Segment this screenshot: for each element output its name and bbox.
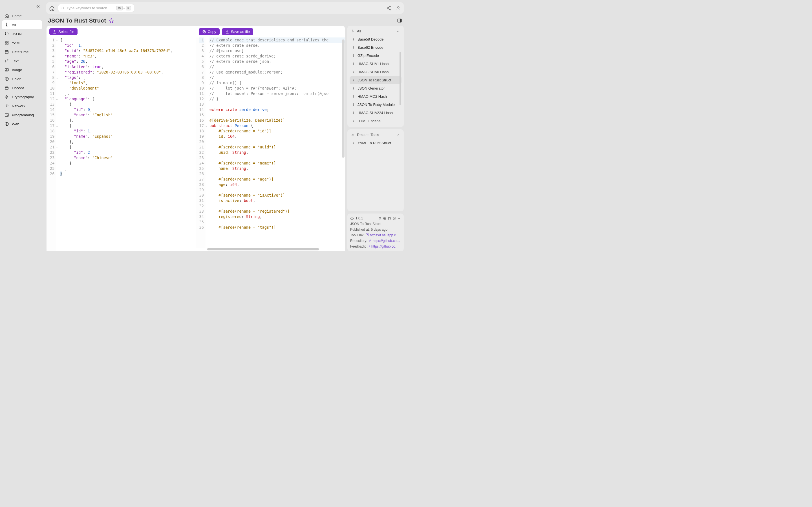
output-editor[interactable]: 1 2 3 4 5 6 7 8 9 10 11 12 13 14 15 16 1… — [196, 38, 345, 248]
globe-icon[interactable] — [383, 217, 387, 220]
plugin-icon[interactable] — [378, 217, 382, 220]
sidebar-item-label: Web — [12, 122, 19, 126]
rail-all-card: All Base58 DecodeBase62 EncodeGZip Encod… — [347, 25, 404, 127]
rail-related-header[interactable]: Related Tools — [349, 131, 402, 138]
rail-all-header[interactable]: All — [349, 27, 402, 35]
rail-item-json-to-ruby-module[interactable]: JSON To Ruby Module — [350, 101, 402, 108]
rail-item-json-to-rust-struct[interactable]: JSON To Rust Struct — [350, 76, 402, 84]
right-rail: All Base58 DecodeBase62 EncodeGZip Encod… — [347, 25, 404, 251]
copy-icon — [202, 30, 206, 34]
select-file-button[interactable]: Select file — [49, 28, 78, 35]
svg-point-15 — [398, 6, 399, 8]
sidebar: HomeAllJSONYAMLDate/TimeTextImageColorEn… — [0, 0, 44, 253]
chevron-down-icon[interactable] — [397, 217, 401, 220]
pin-icon — [352, 103, 355, 107]
box-icon — [4, 86, 9, 90]
sidebar-item-color[interactable]: Color — [2, 74, 42, 83]
sidebar-item-text[interactable]: Text — [2, 56, 42, 65]
download-icon — [225, 30, 229, 34]
rail-item-hmac-md2-hash[interactable]: HMAC-MD2 Hash — [350, 93, 402, 100]
related-item-yaml-to-rust-struct[interactable]: YAML To Rust Struct — [350, 139, 402, 147]
pin-icon — [352, 38, 355, 41]
share-icon[interactable] — [386, 6, 391, 11]
rail-item-json-generator[interactable]: JSON Generator — [350, 84, 402, 92]
image-icon — [4, 68, 9, 72]
search-box[interactable]: ⌘ + K — [58, 4, 134, 12]
home-icon[interactable] — [49, 5, 55, 11]
panel-toggle-icon[interactable] — [397, 18, 402, 23]
pin-icon — [352, 46, 355, 49]
pin-icon — [352, 87, 355, 90]
rail-related-card: Related Tools YAML To Rust Struct — [347, 129, 404, 211]
github-icon[interactable] — [388, 217, 391, 220]
info-tool-link[interactable]: Tool Link: https://t.he3app.co… — [350, 233, 401, 237]
scrollbar-horizontal[interactable] — [196, 248, 345, 251]
star-icon[interactable] — [109, 18, 114, 23]
sidebar-item-label: Cryptography — [12, 95, 34, 99]
rail-item-label: JSON To Ruby Module — [357, 103, 395, 107]
rail-item-label: HMAC-SHA224 Hash — [357, 111, 393, 115]
rail-item-html-escape[interactable]: HTML Escape — [350, 117, 402, 125]
sidebar-item-yaml[interactable]: YAML — [2, 38, 42, 47]
svg-rect-17 — [400, 19, 402, 22]
globe-icon — [4, 122, 9, 126]
sidebar-item-cryptography[interactable]: Cryptography — [2, 93, 42, 101]
rail-item-label: Base58 Decode — [357, 37, 384, 41]
sidebar-item-label: All — [12, 23, 16, 27]
sidebar-item-label: Home — [12, 14, 22, 18]
sidebar-item-image[interactable]: Image — [2, 65, 42, 74]
info-repo[interactable]: Repository: https://github.com… — [350, 239, 401, 243]
rail-item-hmac-sha224-hash[interactable]: HMAC-SHA224 Hash — [350, 109, 402, 117]
rail-item-label: Base62 Encode — [357, 45, 384, 50]
sidebar-item-programming[interactable]: Programming — [2, 110, 42, 119]
rail-item-hmac-sha1-hash[interactable]: HMAC-SHA1 Hash — [350, 60, 402, 68]
rail-item-base58-decode[interactable]: Base58 Decode — [350, 36, 402, 43]
sidebar-item-label: Programming — [12, 113, 34, 117]
topbar: ⌘ + K — [46, 2, 404, 14]
rail-item-base62-encode[interactable]: Base62 Encode — [350, 44, 402, 51]
rail-scrollbar[interactable] — [400, 52, 401, 105]
chevron-left-double-icon — [36, 4, 41, 9]
search-input[interactable] — [66, 6, 114, 10]
svg-rect-1 — [7, 41, 8, 43]
rail-item-hmac-sha0-hash[interactable]: HMAC-SHA0 Hash — [350, 68, 402, 76]
info-published: Published at: 5 days ago — [350, 228, 401, 231]
rail-item-gzip-encode[interactable]: GZip Encode — [350, 52, 402, 59]
sidebar-collapse[interactable] — [0, 3, 44, 11]
check-circle-icon[interactable] — [393, 217, 396, 220]
sidebar-item-encode[interactable]: Encode — [2, 83, 42, 93]
info-name: JSON To Rust Struct — [350, 222, 401, 226]
sidebar-item-all[interactable]: All — [2, 20, 42, 29]
scrollbar-vertical[interactable] — [342, 40, 345, 158]
rail-item-label: HMAC-MD2 Hash — [357, 94, 387, 99]
pin-icon — [352, 142, 355, 145]
pin-icon — [4, 22, 9, 27]
save-as-file-button[interactable]: Save as file — [222, 28, 253, 35]
sidebar-item-label: Network — [12, 104, 26, 108]
sidebar-item-date-time[interactable]: Date/Time — [2, 47, 42, 56]
link-icon — [368, 239, 371, 242]
braces-icon — [4, 32, 9, 36]
wifi-icon — [4, 104, 9, 108]
sidebar-item-web[interactable]: Web — [2, 119, 42, 128]
sidebar-item-network[interactable]: Network — [2, 101, 42, 110]
info-feedback[interactable]: Feedback: https://github.com/… — [350, 244, 401, 248]
chevron-down-icon — [396, 29, 400, 33]
rail-item-label: HMAC-SHA0 Hash — [357, 70, 389, 74]
input-editor[interactable]: 1 2 3 4 5 6 7 8 9 10 11 12 13 14 15 16 1… — [47, 38, 196, 251]
sidebar-item-label: Date/Time — [12, 50, 29, 54]
info-card: 1.0.1 JSON To Rust Struct Published at: … — [347, 214, 404, 251]
info-icon — [350, 217, 354, 220]
sidebar-item-label: Color — [12, 77, 20, 81]
pin-icon — [352, 54, 355, 57]
sidebar-item-json[interactable]: JSON — [2, 29, 42, 38]
rail-item-label: JSON To Rust Struct — [357, 78, 391, 82]
svg-rect-3 — [7, 43, 8, 44]
copy-button[interactable]: Copy — [199, 28, 220, 35]
terminal-icon — [4, 113, 9, 117]
calendar-icon — [4, 50, 9, 54]
user-icon[interactable] — [396, 6, 401, 11]
search-icon — [61, 6, 64, 10]
sidebar-item-home[interactable]: Home — [2, 11, 42, 20]
editor-card: Select file 1 2 3 4 5 6 7 8 9 10 11 12 1… — [46, 25, 345, 251]
